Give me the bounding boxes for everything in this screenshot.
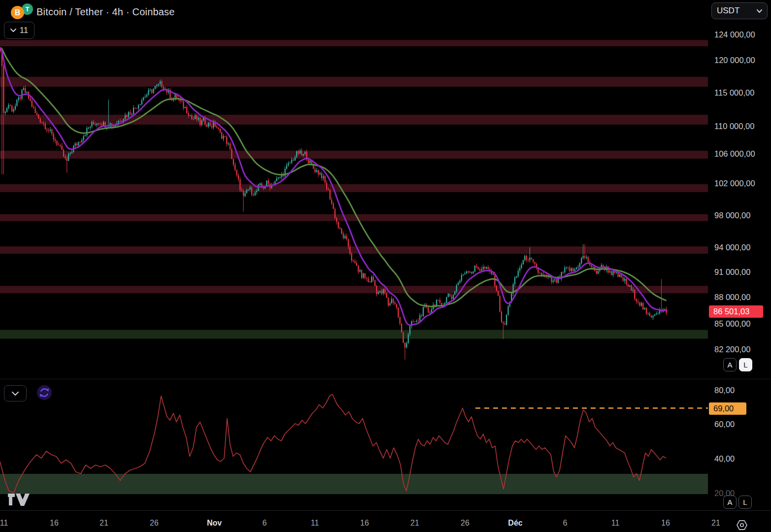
rsi-axis-label: 40,00	[714, 454, 735, 464]
rsi-axis-label: 60,00	[714, 419, 735, 429]
symbol-header: T B Bitcoin / Tether · 4h · Coinbase	[9, 3, 175, 21]
down-bodies	[0, 49, 667, 348]
resistance-zone	[0, 286, 708, 293]
time-axis-label: 21	[410, 519, 419, 528]
tradingview-logo[interactable]	[8, 491, 31, 507]
last-price-value: 86 501,03	[713, 307, 749, 316]
last-price-label: 86 501,03	[709, 305, 763, 318]
price-axis-label: 110 000,00	[714, 121, 754, 131]
price-axis-label: 91 000,00	[714, 267, 750, 277]
chart-title[interactable]: Bitcoin / Tether · 4h · Coinbase	[36, 6, 175, 18]
time-axis-label: 16	[50, 519, 59, 528]
time-axis-label: Déc	[508, 519, 522, 528]
chevron-down-icon	[10, 29, 16, 32]
price-axis-label: 82 200,00	[714, 344, 750, 354]
rsi-log-scale-button[interactable]: L	[738, 496, 752, 509]
price-axis-label: 98 000,00	[714, 210, 750, 220]
candlestick-svg	[0, 0, 708, 377]
rsi-oversold-zone	[0, 474, 708, 494]
time-axis-label: 26	[150, 519, 159, 528]
symbol-icon-pair: T B	[9, 2, 34, 21]
resistance-zone	[0, 184, 708, 192]
bitcoin-icon: B	[11, 6, 24, 19]
chevron-down-icon	[757, 9, 762, 13]
price-chart-canvas[interactable]	[0, 0, 708, 377]
price-axis-label: 94 000,00	[714, 242, 750, 252]
time-axis-label: 11	[311, 519, 319, 528]
resistance-zone	[0, 246, 708, 254]
resistance-zone	[0, 77, 708, 87]
time-axis-label: 16	[360, 519, 369, 528]
price-axis-label: 88 000,00	[714, 292, 750, 302]
time-axis-label: 21	[100, 519, 108, 528]
time-axis-label: 26	[461, 519, 469, 528]
price-zones	[0, 40, 708, 338]
rsi-svg	[0, 379, 708, 510]
tradingview-chart-app: T B Bitcoin / Tether · 4h · Coinbase 11 …	[0, 0, 771, 532]
rsi-auto-scale-button[interactable]: A	[723, 496, 737, 509]
resistance-zone	[0, 40, 708, 46]
log-scale-button[interactable]: L	[739, 358, 752, 371]
gear-icon[interactable]	[735, 518, 749, 532]
support-zone	[0, 330, 708, 339]
rsi-chart-canvas[interactable]	[0, 379, 708, 510]
candles	[0, 48, 667, 360]
time-axis-label: Nov	[207, 519, 222, 528]
price-axis-label: 120 000,00	[714, 55, 755, 65]
price-axis-label: 124 000,00	[714, 30, 755, 39]
time-axis[interactable]: 11162126Nov611162126Déc6111621	[0, 510, 771, 532]
chevron-down-icon	[12, 392, 19, 396]
time-axis-label: 16	[661, 519, 670, 528]
currency-label: USDT	[717, 6, 739, 16]
time-axis-label: 6	[563, 519, 568, 528]
price-axis-label: 85 000,00	[714, 319, 750, 329]
rsi-axis-label: 80,00	[714, 385, 735, 395]
time-axis-label: 6	[263, 519, 267, 528]
price-axis-label: 106 000,00	[714, 149, 755, 159]
price-axis-label: 115 000,00	[714, 88, 754, 98]
resistance-zone	[0, 214, 708, 221]
resistance-zone	[0, 151, 708, 159]
rsi-legend-collapse-button[interactable]	[4, 385, 27, 401]
time-axis-label: 11	[0, 519, 8, 528]
resistance-zone	[0, 115, 708, 125]
sync-indicator-icon[interactable]	[36, 385, 52, 400]
legend-indicator-count: 11	[20, 26, 29, 35]
rsi-threshold-label: 69,00	[709, 402, 746, 415]
currency-select[interactable]: USDT	[711, 2, 768, 19]
rsi-threshold-value: 69,00	[713, 404, 734, 413]
legend-collapse-button[interactable]: 11	[4, 22, 34, 39]
auto-scale-button[interactable]: A	[723, 358, 737, 371]
time-axis-label: 21	[711, 519, 720, 528]
panel-divider	[0, 379, 771, 379]
price-axis-label: 102 000,00	[714, 178, 755, 188]
time-axis-label: 11	[611, 519, 620, 528]
